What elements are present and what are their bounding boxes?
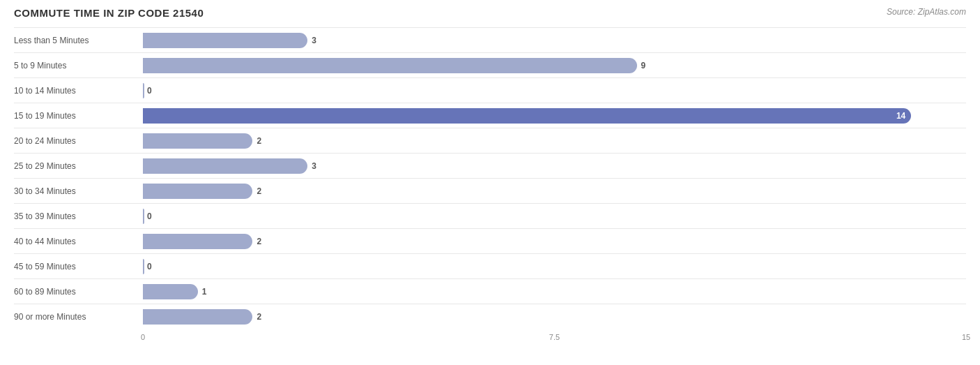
chart-body: Less than 5 Minutes 3 5 to 9 Minutes 9 1… bbox=[14, 27, 966, 347]
chart-source: Source: ZipAtlas.com bbox=[887, 7, 966, 17]
bar-value: 0 bbox=[147, 211, 152, 221]
bar-label: 25 to 29 Minutes bbox=[14, 161, 143, 171]
bar-label: 15 to 19 Minutes bbox=[14, 111, 143, 121]
bar-label: 60 to 89 Minutes bbox=[14, 287, 143, 297]
bar-area: 9 bbox=[143, 53, 966, 77]
bar-label: 5 to 9 Minutes bbox=[14, 61, 143, 70]
bar: 14 bbox=[143, 108, 911, 124]
chart-title: COMMUTE TIME IN ZIP CODE 21540 bbox=[14, 7, 204, 19]
bar-row: Less than 5 Minutes 3 bbox=[14, 27, 966, 52]
chart-container: COMMUTE TIME IN ZIP CODE 21540 Source: Z… bbox=[0, 0, 980, 365]
bar-area: 2 bbox=[143, 304, 966, 329]
bar-value: 1 bbox=[202, 287, 207, 297]
bar-area: 3 bbox=[143, 154, 966, 178]
bar bbox=[143, 209, 144, 224]
bar-label: 30 to 34 Minutes bbox=[14, 186, 143, 196]
bar-row: 30 to 34 Minutes 2 bbox=[14, 178, 966, 203]
bar-value: 2 bbox=[257, 237, 261, 246]
x-tick: 15 bbox=[962, 333, 970, 341]
bar-area: 3 bbox=[143, 28, 966, 52]
bar-value: 2 bbox=[257, 312, 261, 322]
bar-value: 0 bbox=[147, 86, 152, 96]
bar-row: 20 to 24 Minutes 2 bbox=[14, 128, 966, 153]
bar-label: 35 to 39 Minutes bbox=[14, 211, 143, 221]
bar-row: 5 to 9 Minutes 9 bbox=[14, 52, 966, 77]
bar-value: 0 bbox=[147, 262, 152, 271]
bar bbox=[143, 259, 144, 274]
bar-value: 14 bbox=[896, 111, 905, 121]
bar-row: 35 to 39 Minutes 0 bbox=[14, 203, 966, 228]
bar bbox=[143, 33, 307, 48]
x-tick: 0 bbox=[141, 333, 145, 341]
bar-label: 45 to 59 Minutes bbox=[14, 262, 143, 271]
bar bbox=[143, 309, 252, 325]
bar-area: 0 bbox=[143, 78, 966, 103]
bar-row: 60 to 89 Minutes 1 bbox=[14, 278, 966, 304]
bar-label: 90 or more Minutes bbox=[14, 312, 143, 322]
bar-area: 2 bbox=[143, 229, 966, 253]
bar-value: 2 bbox=[257, 186, 261, 196]
bar-area: 14 bbox=[143, 103, 966, 128]
bar-area: 2 bbox=[143, 128, 966, 153]
x-tick: 7.5 bbox=[549, 333, 560, 341]
bar-area: 1 bbox=[143, 279, 966, 304]
bar-area: 0 bbox=[143, 254, 966, 278]
bar bbox=[143, 133, 252, 149]
bar-area: 0 bbox=[143, 204, 966, 228]
bar bbox=[143, 158, 307, 174]
bar-label: 40 to 44 Minutes bbox=[14, 237, 143, 246]
bar-label: 20 to 24 Minutes bbox=[14, 136, 143, 146]
bar-row: 45 to 59 Minutes 0 bbox=[14, 253, 966, 278]
bar bbox=[143, 284, 198, 299]
bar bbox=[143, 83, 144, 98]
bar-row: 25 to 29 Minutes 3 bbox=[14, 153, 966, 178]
bar-area: 2 bbox=[143, 179, 966, 203]
bar-label: 10 to 14 Minutes bbox=[14, 86, 143, 96]
bar-label: Less than 5 Minutes bbox=[14, 36, 143, 45]
bar bbox=[143, 234, 252, 249]
chart-header: COMMUTE TIME IN ZIP CODE 21540 Source: Z… bbox=[14, 7, 966, 19]
bar-row: 40 to 44 Minutes 2 bbox=[14, 228, 966, 253]
bar-row: 90 or more Minutes 2 bbox=[14, 304, 966, 329]
bar-value: 3 bbox=[312, 36, 316, 45]
bar-row: 10 to 14 Minutes 0 bbox=[14, 77, 966, 103]
bar-value: 3 bbox=[312, 161, 316, 171]
bar bbox=[143, 58, 637, 73]
bar bbox=[143, 184, 252, 199]
bar-value: 2 bbox=[257, 136, 261, 146]
bar-row: 15 to 19 Minutes 14 bbox=[14, 103, 966, 128]
bar-value: 9 bbox=[641, 61, 646, 70]
x-axis: 07.515 bbox=[143, 333, 966, 347]
